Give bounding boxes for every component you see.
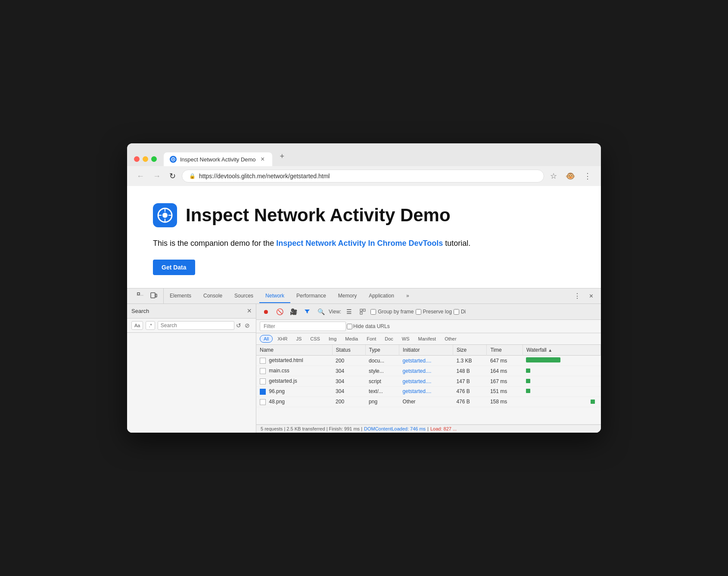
group-by-frame-checkbox[interactable] — [370, 309, 376, 315]
browser-toolbar: ← → ↻ 🔒 https://devtools.glitch.me/netwo… — [127, 166, 601, 186]
tab-memory[interactable]: Memory — [332, 289, 363, 303]
filter-tab-all[interactable]: All — [260, 335, 273, 343]
filter-tab-xhr[interactable]: XHR — [274, 335, 291, 343]
col-size[interactable]: Size — [453, 345, 487, 356]
devtools-icons — [131, 288, 164, 303]
devtools-link[interactable]: Inspect Network Activity In Chrome DevTo… — [276, 239, 443, 248]
filter-tab-img[interactable]: Img — [325, 335, 340, 343]
detail-view-button[interactable] — [357, 306, 369, 318]
get-data-button[interactable]: Get Data — [153, 260, 195, 275]
browser-tab[interactable]: Inspect Network Activity Demo × — [164, 152, 272, 166]
tab-console[interactable]: Console — [197, 289, 228, 303]
devtools-more-button[interactable]: ⋮ — [569, 288, 585, 303]
preserve-log-checkbox[interactable] — [416, 309, 421, 315]
group-by-frame-label: Group by frame — [378, 309, 414, 315]
minimize-traffic-light[interactable] — [143, 156, 148, 162]
status-main: 5 requests | 2.5 KB transferred | Finish… — [261, 426, 362, 431]
close-traffic-light[interactable] — [134, 156, 140, 162]
url-text: https://devtools.glitch.me/network/getst… — [199, 173, 537, 180]
back-button[interactable]: ← — [134, 170, 147, 183]
element-picker-icon[interactable] — [134, 288, 146, 303]
devtools-body: Search × Aa .* ↺ ⊘ ⏺ 🚫 — [127, 304, 601, 432]
new-tab-button[interactable]: + — [276, 149, 289, 166]
filter-tab-css[interactable]: CSS — [306, 335, 324, 343]
col-initiator[interactable]: Initiator — [399, 345, 453, 356]
filter-tab-doc[interactable]: Doc — [381, 335, 397, 343]
cell-status: 304 — [332, 366, 365, 376]
tab-more[interactable]: » — [400, 289, 415, 303]
waterfall-bar — [591, 399, 595, 404]
col-type[interactable]: Type — [365, 345, 399, 356]
hide-data-urls-checkbox[interactable] — [347, 324, 352, 329]
regex-button[interactable]: .* — [146, 321, 155, 330]
tab-close-button[interactable]: × — [259, 156, 266, 163]
cell-initiator: Other — [399, 396, 453, 407]
table-row[interactable]: 48.png 200 png Other 476 B 158 ms — [256, 396, 601, 407]
traffic-lights — [134, 156, 157, 166]
capture-screenshots-button[interactable]: 🎥 — [287, 306, 299, 318]
col-status[interactable]: Status — [332, 345, 365, 356]
col-name[interactable]: Name — [256, 345, 332, 356]
search-close-button[interactable]: × — [247, 307, 252, 316]
file-name: 96.png — [269, 388, 285, 394]
col-waterfall[interactable]: Waterfall ▲ — [523, 345, 600, 356]
filter-tab-ws[interactable]: WS — [398, 335, 414, 343]
desc-pre: This is the companion demo for the — [153, 239, 276, 248]
record-button[interactable]: ⏺ — [260, 306, 272, 318]
cell-status: 304 — [332, 387, 365, 397]
svg-rect-8 — [137, 293, 140, 295]
page-content: Inspect Network Activity Demo This is th… — [127, 186, 601, 288]
table-row[interactable]: getstarted.html 200 docu... getstarted..… — [256, 356, 601, 366]
col-time[interactable]: Time — [487, 345, 523, 356]
page-title: Inspect Network Activity Demo — [186, 205, 451, 226]
tab-sources[interactable]: Sources — [228, 289, 259, 303]
tab-performance[interactable]: Performance — [290, 289, 332, 303]
bookmark-button[interactable]: ☆ — [548, 170, 560, 183]
file-name: getstarted.js — [269, 378, 297, 384]
maximize-traffic-light[interactable] — [151, 156, 157, 162]
device-toolbar-icon[interactable] — [148, 288, 160, 303]
table-row[interactable]: getstarted.js 304 script getstarted.... … — [256, 376, 601, 387]
devtools-close-button[interactable]: × — [585, 289, 597, 303]
clear-button[interactable]: 🚫 — [274, 306, 286, 318]
table-row[interactable]: 96.png 304 text/... getstarted.... 476 B… — [256, 387, 601, 397]
desc-post: tutorial. — [443, 239, 470, 248]
cell-size: 147 B — [453, 376, 487, 387]
search-refresh-button[interactable]: ↺ — [234, 321, 243, 330]
devtools-panel: Elements Console Sources Network Perform… — [127, 288, 601, 432]
search-clear-button[interactable]: ⊘ — [243, 321, 252, 330]
search-panel-header: Search × — [127, 304, 256, 319]
tab-network[interactable]: Network — [259, 289, 290, 303]
table-row-empty — [256, 407, 601, 424]
disable-cache-label: Di — [461, 309, 466, 315]
filter-tab-js[interactable]: JS — [292, 335, 305, 343]
cell-waterfall — [523, 387, 600, 397]
filter-input[interactable] — [260, 322, 346, 331]
search-network-button[interactable]: 🔍 — [315, 306, 327, 318]
disable-cache-checkbox[interactable] — [454, 309, 459, 315]
tab-application[interactable]: Application — [363, 289, 400, 303]
status-load: Load: 827 ... — [430, 426, 457, 431]
forward-button[interactable]: → — [150, 170, 163, 183]
cell-name: getstarted.html — [256, 356, 332, 366]
address-bar[interactable]: 🔒 https://devtools.glitch.me/network/get… — [182, 170, 544, 183]
tab-elements[interactable]: Elements — [164, 289, 197, 303]
match-case-button[interactable]: Aa — [131, 321, 143, 330]
svg-rect-10 — [151, 293, 155, 298]
list-view-button[interactable]: ☰ — [343, 306, 355, 318]
filter-tab-other[interactable]: Other — [441, 335, 460, 343]
refresh-button[interactable]: ↻ — [167, 170, 178, 183]
file-name: main.css — [269, 368, 289, 374]
filter-tab-media[interactable]: Media — [341, 335, 362, 343]
search-input[interactable] — [158, 321, 234, 330]
filter-tab-font[interactable]: Font — [363, 335, 380, 343]
filter-button[interactable] — [301, 306, 313, 318]
cell-waterfall — [523, 376, 600, 387]
profile-button[interactable]: 🐵 — [563, 170, 578, 183]
cell-size: 476 B — [453, 387, 487, 397]
cell-initiator: getstarted.... — [399, 376, 453, 387]
cell-waterfall — [523, 396, 600, 407]
filter-tab-manifest[interactable]: Manifest — [414, 335, 440, 343]
browser-menu-button[interactable]: ⋮ — [581, 170, 594, 183]
table-row[interactable]: main.css 304 style... getstarted.... 148… — [256, 366, 601, 376]
